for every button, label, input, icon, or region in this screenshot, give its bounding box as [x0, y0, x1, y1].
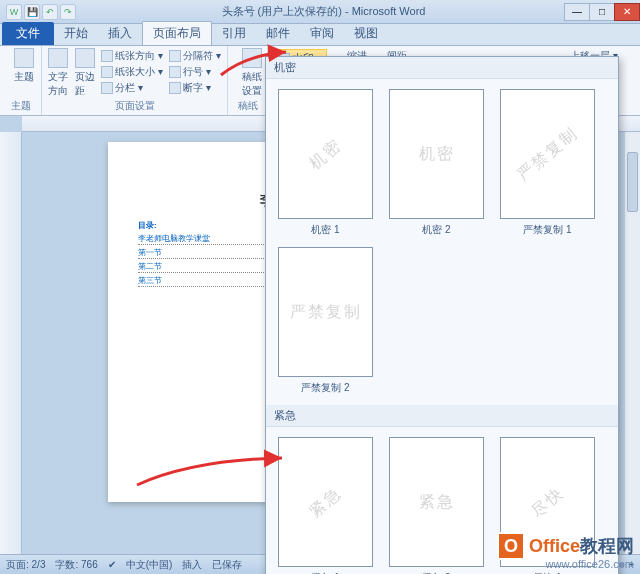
watermark-option[interactable]: 严禁复制严禁复制 1: [500, 89, 595, 237]
watermark-grid: 机密机密 1 机密机密 2 严禁复制严禁复制 1: [266, 79, 618, 247]
watermark-option[interactable]: 严禁复制严禁复制 2: [278, 247, 373, 395]
watermark-option[interactable]: 紧急紧急 2: [389, 437, 484, 574]
text-direction-label: 文字方向: [48, 70, 69, 98]
save-icon[interactable]: 💾: [24, 4, 40, 20]
insert-mode-status[interactable]: 插入: [182, 558, 202, 572]
group-themes-label: 主题: [6, 99, 35, 115]
hyphenation-button[interactable]: 断字 ▾: [169, 81, 221, 95]
page-number-status[interactable]: 页面: 2/3: [6, 558, 45, 572]
columns-icon: [101, 82, 113, 94]
ribbon-tabs: 文件 开始 插入 页面布局 引用 邮件 审阅 视图: [0, 24, 640, 46]
themes-label: 主题: [14, 70, 34, 84]
tab-page-layout[interactable]: 页面布局: [142, 21, 212, 45]
watermark-option[interactable]: 机密机密 1: [278, 89, 373, 237]
watermark-group-urgent: 紧急: [266, 405, 618, 427]
site-url: www.office26.com: [546, 558, 634, 570]
orientation-button[interactable]: 纸张方向 ▾: [101, 49, 163, 63]
group-page-setup-label: 页面设置: [48, 99, 221, 115]
word-icon[interactable]: W: [6, 4, 22, 20]
tab-insert[interactable]: 插入: [98, 22, 142, 45]
tab-review[interactable]: 审阅: [300, 22, 344, 45]
undo-icon[interactable]: ↶: [42, 4, 58, 20]
language-status[interactable]: 中文(中国): [126, 558, 173, 572]
tab-view[interactable]: 视图: [344, 22, 388, 45]
themes-button[interactable]: 主题: [6, 48, 42, 84]
text-direction-button[interactable]: 文字方向: [48, 48, 69, 98]
vertical-ruler[interactable]: [0, 132, 22, 554]
watermark-group-confidential: 机密: [266, 57, 618, 79]
line-numbers-icon: [169, 66, 181, 78]
site-name-2: 教程网: [580, 534, 634, 558]
tab-references[interactable]: 引用: [212, 22, 256, 45]
window-controls: — □ ✕: [565, 3, 640, 21]
breaks-icon: [169, 50, 181, 62]
save-status: 已保存: [212, 558, 242, 572]
watermark-option[interactable]: 紧急紧急 1: [278, 437, 373, 574]
word-count-status[interactable]: 字数: 766: [55, 558, 97, 572]
watermark-grid: 严禁复制严禁复制 2: [266, 247, 618, 405]
hyphenation-icon: [169, 82, 181, 94]
watermark-option[interactable]: 机密机密 2: [389, 89, 484, 237]
toc-label: 目录:: [138, 221, 157, 230]
group-page-setup: 文字方向 页边距 纸张方向 ▾ 纸张大小 ▾ 分栏 ▾ 分隔符 ▾ 行号 ▾ 断…: [42, 46, 228, 115]
themes-icon: [14, 48, 34, 68]
group-manuscript-label: 稿纸: [234, 99, 261, 115]
annotation-arrow: [132, 430, 292, 494]
watermark-dropdown: 机密 机密机密 1 机密机密 2 严禁复制严禁复制 1 严禁复制严禁复制 2 紧…: [265, 56, 619, 574]
file-tab[interactable]: 文件: [2, 22, 54, 45]
breaks-button[interactable]: 分隔符 ▾: [169, 49, 221, 63]
tab-mailings[interactable]: 邮件: [256, 22, 300, 45]
paper-size-button[interactable]: 纸张大小 ▾: [101, 65, 163, 79]
annotation-arrow: [216, 50, 296, 84]
scrollbar-thumb[interactable]: [627, 152, 638, 212]
margins-icon: [75, 48, 95, 68]
paper-size-icon: [101, 66, 113, 78]
proofing-icon[interactable]: ✔: [108, 559, 116, 570]
close-button[interactable]: ✕: [614, 3, 640, 21]
margins-label: 页边距: [75, 70, 96, 98]
vertical-scrollbar[interactable]: [624, 132, 640, 554]
site-watermark: O Office教程网 www.office26.com: [497, 532, 634, 560]
window-title: 头条号 (用户上次保存的) - Microsoft Word: [82, 4, 565, 19]
quick-access-toolbar: W 💾 ↶ ↷: [0, 4, 82, 20]
title-bar: W 💾 ↶ ↷ 头条号 (用户上次保存的) - Microsoft Word —…: [0, 0, 640, 24]
site-name-1: Office: [529, 536, 580, 557]
margins-button[interactable]: 页边距: [75, 48, 96, 98]
text-direction-icon: [48, 48, 68, 68]
minimize-button[interactable]: —: [564, 3, 590, 21]
tab-home[interactable]: 开始: [54, 22, 98, 45]
group-themes: 主题 主题: [0, 46, 42, 115]
orientation-icon: [101, 50, 113, 62]
maximize-button[interactable]: □: [589, 3, 615, 21]
office-logo-icon: O: [497, 532, 525, 560]
columns-button[interactable]: 分栏 ▾: [101, 81, 163, 95]
line-numbers-button[interactable]: 行号 ▾: [169, 65, 221, 79]
redo-icon[interactable]: ↷: [60, 4, 76, 20]
